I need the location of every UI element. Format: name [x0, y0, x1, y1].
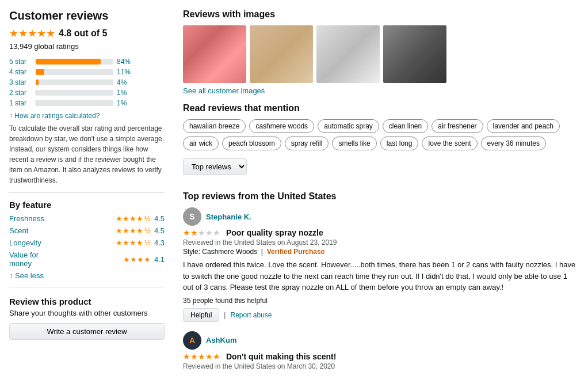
review-title-1: Poor quality spray nozzle — [226, 228, 323, 237]
rating-bars: 5 star 84% 4 star 11% 3 star 4% — [9, 58, 165, 107]
bar-row-2[interactable]: 2 star 1% — [9, 89, 165, 97]
bar-row-3[interactable]: 3 star 4% — [9, 78, 165, 86]
feature-name-scent[interactable]: Scent — [9, 226, 61, 235]
review-2: A AshKum ★★★★★ Don't quit making this sc… — [183, 331, 579, 370]
by-feature-title: By feature — [9, 200, 165, 210]
rating-number: 4.8 out of 5 — [59, 28, 107, 39]
review-thumb-3[interactable] — [316, 25, 380, 83]
review-product-subtitle: Share your thoughts with other customers — [9, 309, 165, 317]
feature-freshness: Freshness ★★★★½ 4.5 — [9, 214, 165, 223]
review-stars-1: ★★★★★ Poor quality spray nozzle — [183, 228, 579, 237]
feature-rows: Freshness ★★★★½ 4.5 Scent ★★★★½ 4.5 Long… — [9, 214, 165, 268]
write-review-button[interactable]: Write a customer review — [9, 323, 165, 340]
review-thumb-1[interactable] — [183, 25, 246, 83]
avatar-1: S — [183, 207, 201, 226]
feature-longevity: Longevity ★★★★½ 4.3 — [9, 238, 165, 247]
divider-1 — [9, 192, 165, 193]
review-stars-2: ★★★★★ Don't quit making this scent! — [183, 352, 579, 361]
global-ratings: 13,949 global ratings — [9, 42, 165, 51]
feature-name-value[interactable]: Value for money — [9, 251, 61, 268]
divider-2 — [9, 287, 165, 287]
see-all-images-link[interactable]: See all customer images — [183, 86, 579, 95]
tag-air-wick[interactable]: air wick — [183, 137, 219, 150]
customer-reviews-title: Customer reviews — [9, 9, 165, 22]
tag-clean-linen[interactable]: clean linen — [383, 119, 428, 133]
tag-cashmere-woods[interactable]: cashmere woods — [249, 119, 314, 133]
bar-label-1star[interactable]: 1 star — [9, 99, 32, 107]
feature-score-scent: 4.5 — [154, 226, 165, 235]
bar-inner-4star — [36, 69, 44, 75]
review-thumb-2[interactable] — [250, 25, 313, 83]
feature-stars-scent: ★★★★½ 4.5 — [116, 226, 165, 235]
report-abuse-link-1[interactable]: Report abuse — [230, 311, 272, 319]
bar-inner-3star — [36, 79, 39, 85]
reviewer-name-2[interactable]: AshKum — [206, 336, 236, 344]
review-style-1: Style: Cashmere Woods | Verified Purchas… — [183, 248, 579, 256]
reviews-with-images-title: Reviews with images — [183, 9, 579, 20]
review-1: S Stephanie K. ★★★★★ Poor quality spray … — [183, 207, 579, 322]
bar-pct-1star: 1% — [117, 99, 133, 107]
feature-scent: Scent ★★★★½ 4.5 — [9, 226, 165, 235]
bar-label-5star[interactable]: 5 star — [9, 58, 32, 66]
review-thumb-4[interactable] — [383, 25, 446, 83]
review-title-2: Don't quit making this scent! — [226, 352, 337, 361]
review-tags: hawaiian breeze cashmere woods automatic… — [183, 119, 579, 150]
bar-pct-5star: 84% — [117, 58, 133, 66]
left-column: Customer reviews ★★★★★ 4.8 out of 5 13,9… — [9, 9, 165, 379]
separator-1: | — [224, 311, 226, 319]
helpful-count-1: 35 people found this helpful — [183, 297, 579, 305]
feature-value: Value for money ★★★★ 4.1 — [9, 251, 165, 268]
how-calc-link[interactable]: ↑ How are ratings calculated? — [9, 112, 165, 120]
feature-name-longevity[interactable]: Longevity — [9, 238, 61, 247]
bar-row-5[interactable]: 5 star 84% — [9, 58, 165, 66]
bar-outer-1star — [36, 100, 113, 106]
tag-hawaiian-breeze[interactable]: hawaiian breeze — [183, 119, 246, 133]
bar-label-4star[interactable]: 4 star — [9, 68, 32, 76]
reviewer-name-1[interactable]: Stephanie K. — [206, 213, 251, 221]
feature-stars-value: ★★★★ 4.1 — [123, 255, 165, 264]
overall-stars: ★★★★★ — [9, 27, 55, 40]
bar-label-3star[interactable]: 3 star — [9, 78, 32, 86]
review-body-1: I have ordered this twice. Love the scen… — [183, 259, 579, 293]
tag-love-the-scent[interactable]: love the scent — [422, 137, 477, 150]
see-less-link[interactable]: ↑ See less — [9, 271, 165, 280]
bar-inner-2star — [36, 90, 36, 96]
feature-score-longevity: 4.3 — [154, 238, 165, 247]
tag-spray-refill[interactable]: spray refill — [285, 137, 329, 150]
review-product-title: Review this product — [9, 297, 165, 306]
sort-dropdown[interactable]: Top reviews Most recent — [183, 158, 247, 175]
top-reviews-title: Top reviews from the United States — [183, 191, 579, 202]
feature-name-freshness[interactable]: Freshness — [9, 214, 61, 223]
bar-outer-5star — [36, 59, 113, 65]
bar-label-2star[interactable]: 2 star — [9, 89, 32, 97]
calc-text: To calculate the overall star rating and… — [9, 123, 165, 185]
bar-outer-4star — [36, 69, 113, 75]
bar-pct-2star: 1% — [117, 89, 133, 97]
bar-inner-1star — [36, 100, 36, 106]
read-reviews-title: Read reviews that mention — [183, 103, 579, 113]
review-date-2: Reviewed in the United States on March 3… — [183, 362, 579, 370]
feature-score-value: 4.1 — [154, 255, 165, 264]
bar-outer-3star — [36, 79, 113, 85]
tag-every-36-minutes[interactable]: every 36 minutes — [481, 137, 546, 150]
right-column: Reviews with images See all customer ima… — [183, 9, 579, 379]
bar-pct-4star: 11% — [117, 68, 133, 76]
helpful-button-1[interactable]: Helpful — [183, 308, 219, 322]
verified-badge-1: Verified Purchase — [267, 248, 325, 256]
feature-score-freshness: 4.5 — [154, 214, 165, 223]
avatar-2: A — [183, 331, 201, 350]
tag-smells-like[interactable]: smells like — [332, 137, 376, 150]
bar-row-4[interactable]: 4 star 11% — [9, 68, 165, 76]
reviewer-row-1: S Stephanie K. — [183, 207, 579, 226]
tag-peach-blossom[interactable]: peach blossom — [222, 137, 281, 150]
tag-air-freshener[interactable]: air freshener — [432, 119, 483, 133]
bar-outer-2star — [36, 90, 113, 96]
helpful-row-1: Helpful | Report abuse — [183, 308, 579, 322]
bar-row-1[interactable]: 1 star 1% — [9, 99, 165, 107]
tag-lavender-and-peach[interactable]: lavender and peach — [487, 119, 560, 133]
bar-pct-3star: 4% — [117, 78, 133, 86]
review-images-row — [183, 25, 579, 83]
tag-automatic-spray[interactable]: automatic spray — [318, 119, 379, 133]
feature-stars-freshness: ★★★★½ 4.5 — [116, 214, 165, 223]
tag-last-long[interactable]: last long — [380, 137, 419, 150]
